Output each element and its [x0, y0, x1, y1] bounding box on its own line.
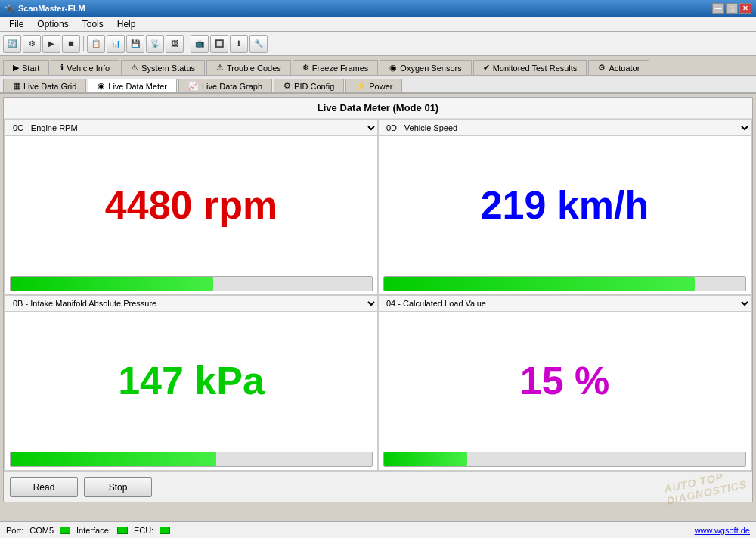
- toolbar-sep-2: [187, 36, 187, 51]
- tab-actuator[interactable]: ⚙ Actuator: [588, 60, 649, 75]
- gauges-grid: 0C - Engine RPM 4480 rpm 0D - Vehicle Sp…: [4, 119, 752, 471]
- website-link[interactable]: www.wgsoft.de: [695, 526, 750, 535]
- gauge-value-load: 15 %: [520, 358, 610, 403]
- app-title: ScanMaster-ELM: [18, 4, 85, 13]
- toolbar-btn-5[interactable]: 📋: [87, 35, 105, 53]
- tab-trouble-codes[interactable]: ⚠ Trouble Codes: [206, 60, 291, 75]
- toolbar-btn-3[interactable]: ▶: [42, 35, 60, 53]
- interface-indicator: [117, 527, 128, 534]
- tab-vehicle-info[interactable]: ℹ Vehicle Info: [51, 60, 119, 75]
- gauge-value-area-pressure: 147 kPa: [5, 312, 377, 449]
- toolbar-sep-1: [83, 36, 84, 51]
- gauge-value-speed: 219 km/h: [481, 182, 649, 228]
- port-label: Port:: [6, 526, 23, 535]
- toolbar-btn-8[interactable]: 📡: [146, 35, 164, 53]
- toolbar-btn-9[interactable]: 🖼: [166, 35, 184, 53]
- toolbar-btn-6[interactable]: 📊: [107, 35, 125, 53]
- main-content: Live Data Meter (Mode 01) 0C - Engine RP…: [3, 97, 753, 502]
- toolbar-btn-4[interactable]: ⏹: [62, 35, 80, 53]
- gauge-select-rpm[interactable]: 0C - Engine RPM: [5, 120, 377, 135]
- toolbar-btn-11[interactable]: 🔲: [210, 35, 228, 53]
- maximize-button[interactable]: □: [726, 3, 738, 14]
- subtab-pid-config[interactable]: ⚙ PID Config: [274, 79, 344, 92]
- gauge-value-area-rpm: 4480 rpm: [5, 136, 377, 273]
- menu-options[interactable]: Options: [31, 18, 74, 30]
- top-tabs: ▶ Start ℹ Vehicle Info ⚠ System Status ⚠…: [0, 56, 756, 76]
- gauge-bar-container-speed: [383, 276, 746, 291]
- title-bar: 🔌 ScanMaster-ELM — □ ✕: [0, 0, 756, 17]
- toolbar: 🔄 ⚙ ▶ ⏹ 📋 📊 💾 📡 🖼 📺 🔲 ℹ 🔧: [0, 32, 756, 56]
- title-bar-controls: — □ ✕: [712, 3, 751, 14]
- gauge-dropdown-pressure[interactable]: 0B - Intake Manifold Absolute Pressure: [5, 296, 377, 312]
- gauge-bar-rpm: [11, 277, 213, 291]
- gauge-dropdown-rpm[interactable]: 0C - Engine RPM: [5, 120, 377, 136]
- ecu-indicator: [160, 527, 170, 534]
- gauge-bar-load: [384, 452, 467, 466]
- subtab-live-data-graph[interactable]: 📈 Live Data Graph: [178, 79, 272, 92]
- gauge-select-load[interactable]: 04 - Calculated Load Value: [379, 296, 751, 311]
- toolbar-btn-2[interactable]: ⚙: [23, 35, 41, 53]
- subtab-power[interactable]: ⚡ Power: [345, 79, 402, 92]
- ecu-label: ECU:: [134, 526, 153, 535]
- toolbar-btn-10[interactable]: 📺: [191, 35, 209, 53]
- panel-title: Live Data Meter (Mode 01): [4, 98, 752, 119]
- tab-start[interactable]: ▶ Start: [3, 60, 49, 75]
- gauge-value-rpm: 4480 rpm: [105, 182, 277, 228]
- gauge-bar-container-pressure: [10, 452, 373, 467]
- gauge-value-area-speed: 219 km/h: [379, 136, 751, 273]
- gauge-value-area-load: 15 %: [379, 312, 751, 449]
- title-bar-left: 🔌 ScanMaster-ELM: [5, 4, 85, 14]
- gauge-select-pressure[interactable]: 0B - Intake Manifold Absolute Pressure: [5, 296, 377, 311]
- gauge-bar-container-load: [383, 452, 746, 467]
- toolbar-btn-1[interactable]: 🔄: [3, 35, 21, 53]
- subtab-live-data-grid[interactable]: ▦ Live Data Grid: [3, 79, 86, 92]
- gauge-select-speed[interactable]: 0D - Vehicle Speed: [379, 120, 751, 135]
- menu-tools[interactable]: Tools: [76, 18, 110, 30]
- gauge-dropdown-speed[interactable]: 0D - Vehicle Speed: [379, 120, 751, 136]
- toolbar-btn-7[interactable]: 💾: [126, 35, 144, 53]
- menu-help[interactable]: Help: [111, 18, 142, 30]
- gauge-bar-container-rpm: [10, 276, 373, 291]
- toolbar-btn-13[interactable]: 🔧: [249, 35, 268, 53]
- gauge-cell-load: 04 - Calculated Load Value 15 %: [378, 295, 751, 471]
- port-indicator: [60, 527, 70, 534]
- tab-freeze-frames[interactable]: ❄ Freeze Frames: [293, 60, 379, 75]
- gauge-bar-speed: [384, 277, 695, 291]
- menu-file[interactable]: File: [3, 18, 29, 30]
- stop-button[interactable]: Stop: [84, 477, 152, 497]
- menu-bar: File Options Tools Help: [0, 17, 756, 32]
- tab-oxygen-sensors[interactable]: ◉ Oxygen Sensors: [380, 60, 471, 75]
- gauge-bar-pressure: [11, 452, 216, 466]
- gauge-cell-pressure: 0B - Intake Manifold Absolute Pressure 1…: [5, 295, 378, 471]
- gauge-dropdown-load[interactable]: 04 - Calculated Load Value: [379, 296, 751, 312]
- close-button[interactable]: ✕: [739, 3, 751, 14]
- status-bar: Port: COM5 Interface: ECU: www.wgsoft.de: [0, 521, 756, 538]
- port-value: COM5: [29, 526, 54, 535]
- interface-label: Interface:: [76, 526, 111, 535]
- toolbar-btn-12[interactable]: ℹ: [230, 35, 248, 53]
- sub-tabs: ▦ Live Data Grid ◉ Live Data Meter 📈 Liv…: [0, 76, 756, 94]
- bottom-area: Read Stop AUTO TOPDIAGNOSTICS: [4, 471, 752, 502]
- read-button[interactable]: Read: [10, 477, 78, 497]
- tab-monitored-test[interactable]: ✔ Monitored Test Results: [473, 60, 587, 75]
- gauge-cell-speed: 0D - Vehicle Speed 219 km/h: [378, 120, 751, 295]
- app-icon: 🔌: [5, 4, 15, 14]
- subtab-live-data-meter[interactable]: ◉ Live Data Meter: [88, 79, 177, 92]
- watermark: AUTO TOPDIAGNOSTICS: [663, 466, 748, 507]
- gauge-cell-rpm: 0C - Engine RPM 4480 rpm: [5, 120, 378, 295]
- tab-system-status[interactable]: ⚠ System Status: [121, 60, 205, 75]
- minimize-button[interactable]: —: [712, 3, 724, 14]
- gauge-value-pressure: 147 kPa: [118, 358, 265, 403]
